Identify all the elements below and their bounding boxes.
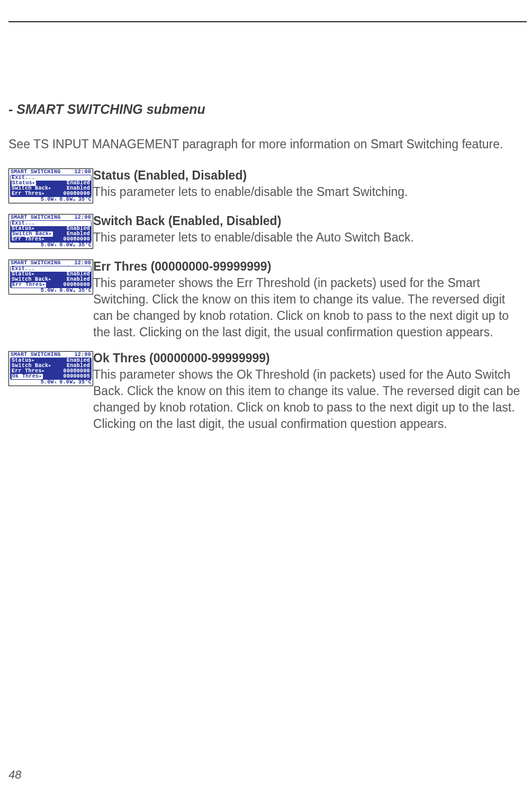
lcd-screenshot: SMART SWITCHING 12:00 Exit... Status▸Ena… bbox=[8, 168, 93, 203]
lcd-footer: 5.0Wₜ 0.0Wₚ 35°C bbox=[9, 243, 93, 248]
lcd-footer-a: 5.0Wₜ bbox=[41, 197, 58, 202]
lcd-menu: Status▸Enabled Switch Back▸Enabled Err T… bbox=[10, 358, 92, 380]
lcd-header-time: 12:00 bbox=[74, 169, 91, 175]
lcd-col: SMART SWITCHING 12:00 Exit... Status▸Ena… bbox=[8, 258, 93, 294]
lcd-row: Ok Thres▸00000005 bbox=[11, 374, 91, 379]
lcd-footer-a: 5.0Wₜ bbox=[41, 243, 58, 248]
param-body: This parameter shows the Ok Threshold (i… bbox=[93, 367, 527, 432]
lcd-footer-c: 35°C bbox=[78, 197, 92, 202]
lcd-header-title: SMART SWITCHING bbox=[11, 169, 61, 175]
lcd-footer-b: 0.0Wₚ bbox=[59, 288, 76, 293]
lcd-row-label: Ok Thres▸ bbox=[12, 374, 43, 379]
intro-text: See TS INPUT MANAGEMENT paragraph for mo… bbox=[8, 137, 527, 151]
param-heading: Switch Back (Enabled, Disabled) bbox=[93, 213, 527, 229]
param-body: This parameter shows the Err Threshold (… bbox=[93, 275, 527, 341]
param-row: SMART SWITCHING 12:00 Exit... Status▸Ena… bbox=[8, 258, 527, 341]
lcd-screenshot: SMART SWITCHING 12:00 Exit... Status▸Ena… bbox=[8, 214, 93, 249]
lcd-header: SMART SWITCHING 12:00 bbox=[9, 215, 93, 220]
param-body: This parameter lets to enable/disable th… bbox=[93, 229, 527, 246]
lcd-row-value: 00000005 bbox=[64, 374, 90, 379]
lcd-row-label: Err Thres▸ bbox=[12, 237, 45, 242]
lcd-header-time: 12:00 bbox=[74, 215, 91, 220]
lcd-col: SMART SWITCHING 12:00 Exit... Status▸Ena… bbox=[8, 213, 93, 249]
param-text: Ok Thres (00000000-99999999) This parame… bbox=[93, 350, 527, 432]
lcd-footer: 5.0Wₜ 0.0Wₚ 35°C bbox=[9, 288, 93, 294]
lcd-footer-a: 5.0Wₜ bbox=[41, 380, 58, 385]
top-rule bbox=[8, 21, 527, 22]
lcd-row-value: 00080000 bbox=[64, 237, 90, 242]
lcd-header: SMART SWITCHING 12:00 bbox=[9, 260, 93, 266]
document-page: - SMART SWITCHING submenu See TS INPUT M… bbox=[0, 0, 532, 795]
lcd-footer-c: 35°C bbox=[78, 380, 92, 385]
param-row: SMART SWITCHING 12:00 Exit... Status▸Ena… bbox=[8, 167, 527, 203]
param-row: SMART SWITCHING 12:00 Exit... Status▸Ena… bbox=[8, 213, 527, 249]
param-heading: Ok Thres (00000000-99999999) bbox=[93, 350, 527, 367]
param-heading: Status (Enabled, Disabled) bbox=[93, 167, 527, 184]
lcd-header-title: SMART SWITCHING bbox=[11, 215, 61, 220]
lcd-footer-b: 0.0Wₚ bbox=[59, 197, 76, 202]
param-text: Err Thres (00000000-99999999) This param… bbox=[93, 258, 527, 341]
lcd-header: SMART SWITCHING 12:00 bbox=[9, 169, 93, 175]
lcd-menu: Exit... Status▸Enabled Switch Back▸Enabl… bbox=[10, 266, 92, 288]
lcd-footer: 5.0Wₜ 0.0Wₚ 35°C bbox=[9, 380, 93, 386]
lcd-footer-c: 35°C bbox=[78, 288, 92, 293]
lcd-footer: 5.0Wₜ 0.0Wₚ 35°C bbox=[9, 197, 93, 203]
param-text: Status (Enabled, Disabled) This paramete… bbox=[93, 167, 527, 200]
lcd-menu: Exit... Status▸Enabled Switch Back▸Enabl… bbox=[10, 175, 92, 197]
lcd-screenshot: SMART SWITCHING 12:00 Status▸Enabled Swi… bbox=[8, 351, 93, 386]
param-body: This parameter lets to enable/disable th… bbox=[93, 184, 527, 200]
lcd-row-label: Err Thres▸ bbox=[12, 282, 46, 288]
page-number: 48 bbox=[8, 768, 21, 782]
lcd-col: SMART SWITCHING 12:00 Status▸Enabled Swi… bbox=[8, 350, 93, 386]
lcd-header-title: SMART SWITCHING bbox=[11, 352, 61, 358]
lcd-col: SMART SWITCHING 12:00 Exit... Status▸Ena… bbox=[8, 167, 93, 203]
lcd-header-time: 12:00 bbox=[74, 352, 91, 358]
lcd-header-title: SMART SWITCHING bbox=[11, 261, 61, 266]
section-title: - SMART SWITCHING submenu bbox=[8, 102, 527, 117]
lcd-row: Err Thres▸00080000 bbox=[11, 191, 91, 196]
lcd-row: Err Thres▸00080000 bbox=[11, 282, 91, 288]
lcd-row-value: 00080000 bbox=[64, 282, 90, 288]
lcd-footer-b: 0.0Wₚ bbox=[59, 380, 76, 385]
param-text: Switch Back (Enabled, Disabled) This par… bbox=[93, 213, 527, 246]
param-row: SMART SWITCHING 12:00 Status▸Enabled Swi… bbox=[8, 350, 527, 432]
lcd-screenshot: SMART SWITCHING 12:00 Exit... Status▸Ena… bbox=[8, 260, 93, 294]
lcd-header-time: 12:00 bbox=[74, 261, 91, 266]
param-heading: Err Thres (00000000-99999999) bbox=[93, 258, 527, 275]
lcd-menu: Exit... Status▸Enabled Switch Back▸Enabl… bbox=[10, 220, 92, 243]
lcd-header: SMART SWITCHING 12:00 bbox=[9, 352, 93, 358]
lcd-row: Err Thres▸00080000 bbox=[11, 237, 91, 242]
lcd-footer-c: 35°C bbox=[78, 243, 92, 248]
lcd-footer-b: 0.0Wₚ bbox=[59, 243, 76, 248]
lcd-row-label: Err Thres▸ bbox=[12, 191, 45, 196]
lcd-footer-a: 5.0Wₜ bbox=[41, 288, 58, 293]
lcd-row-value: 00080000 bbox=[64, 191, 90, 196]
